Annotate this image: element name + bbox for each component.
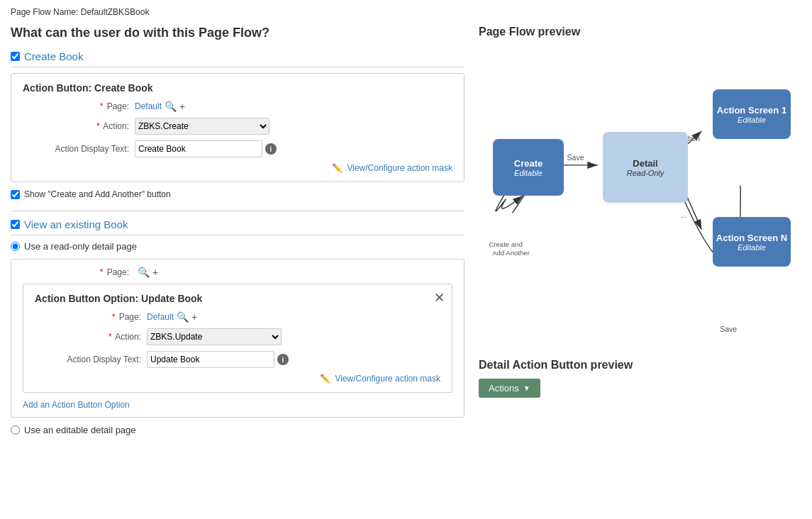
- update-page-row: * Page: Default 🔍 +: [35, 311, 440, 323]
- update-book-action-card: ✕ Action Button Option: Update Book * Pa…: [23, 284, 452, 393]
- view-book-section: View an existing Book Use a read-only de…: [11, 218, 465, 435]
- svg-text:Create and: Create and: [489, 240, 522, 248]
- radio-readonly-label[interactable]: Use a read-only detail page: [24, 241, 137, 252]
- action-screen-1-line1: Action Screen 1: [717, 105, 786, 116]
- create-node-line1: Create: [514, 158, 543, 169]
- update-display-text-input[interactable]: [147, 351, 274, 368]
- update-view-configure-anchor[interactable]: ✏️ View/Configure action mask: [320, 374, 440, 384]
- update-edit-icon: ✏️: [320, 374, 330, 384]
- update-view-configure-link[interactable]: ✏️ View/Configure action mask: [35, 374, 440, 384]
- create-page-add-icon[interactable]: +: [179, 101, 185, 112]
- radio-readonly[interactable]: [11, 242, 20, 251]
- create-page-search-icon[interactable]: 🔍: [165, 101, 177, 112]
- create-view-configure-anchor[interactable]: ✏️ View/Configure action mask: [332, 163, 452, 173]
- view-book-checkbox[interactable]: [11, 220, 20, 229]
- create-book-label[interactable]: Create Book: [24, 50, 83, 62]
- update-page-value: Default: [147, 312, 174, 322]
- actions-dropdown-button[interactable]: Actions ▼: [479, 379, 540, 398]
- create-book-header: Create Book: [11, 50, 465, 67]
- preview-title: Page Flow preview: [479, 26, 805, 38]
- update-action-label: * Action:: [35, 332, 141, 342]
- create-action-label: * Action:: [23, 121, 129, 131]
- create-edit-icon: ✏️: [332, 163, 343, 173]
- radio-editable[interactable]: [11, 425, 20, 435]
- create-page-label: * Page:: [23, 101, 129, 111]
- show-add-another-label[interactable]: Show "Create and Add Another" button: [24, 189, 171, 199]
- right-panel: Page Flow preview Save Action ...: [479, 26, 805, 447]
- radio-editable-label[interactable]: Use an editable detail page: [24, 425, 136, 435]
- detail-node-line2: Read-Only: [627, 169, 664, 177]
- view-page-row: * Page: 🔍 +: [23, 267, 452, 278]
- action-screen-1-node: Action Screen 1 Editable: [713, 89, 791, 139]
- actions-dropdown-arrow-icon: ▼: [523, 384, 530, 392]
- section-divider-1: [11, 211, 465, 211]
- update-page-search-icon[interactable]: 🔍: [177, 311, 189, 323]
- action-screen-n-line1: Action Screen N: [716, 233, 787, 243]
- update-book-card-title: Action Button Option: Update Book: [35, 293, 440, 304]
- radio-readonly-row: Use a read-only detail page: [11, 241, 465, 252]
- create-book-action-card: Action Button: Create Book * Page: Defau…: [11, 73, 465, 182]
- create-book-checkbox[interactable]: [11, 52, 20, 61]
- create-book-card-title: Action Button: Create Book: [23, 82, 452, 94]
- create-view-configure-link[interactable]: ✏️ View/Configure action mask: [23, 163, 452, 173]
- create-display-text-label: Action Display Text:: [23, 144, 129, 154]
- view-book-label[interactable]: View an existing Book: [24, 218, 128, 230]
- readonly-page-box: * Page: 🔍 + ✕ Action Button Option: Upda…: [11, 259, 465, 418]
- update-page-label: * Page:: [35, 312, 141, 322]
- create-book-section: Create Book Action Button: Create Book *…: [11, 50, 465, 199]
- create-display-text-input[interactable]: [135, 140, 262, 157]
- action-screen-1-line2: Editable: [738, 116, 766, 124]
- svg-text:Save: Save: [720, 325, 737, 333]
- create-page-row: * Page: Default 🔍 +: [23, 101, 452, 112]
- flow-diagram: Save Action ... Create and Add Another S…: [479, 47, 805, 345]
- create-action-row: * Action: ZBKS.Create ZBKS.Update ZBKS.D…: [23, 118, 452, 135]
- create-node-line2: Editable: [514, 169, 543, 177]
- svg-text:...: ...: [681, 211, 687, 219]
- svg-text:Save: Save: [567, 153, 584, 162]
- update-action-select[interactable]: ZBKS.Update ZBKS.Create ZBKS.Delete: [147, 328, 282, 345]
- add-action-option-link[interactable]: Add an Action Button Option: [23, 400, 452, 410]
- detail-node-line1: Detail: [633, 158, 657, 169]
- update-book-close-button[interactable]: ✕: [434, 290, 445, 306]
- main-question: What can the user do with this Page Flow…: [11, 26, 465, 40]
- detail-action-title: Detail Action Button preview: [479, 359, 805, 372]
- view-page-search-icon[interactable]: 🔍: [138, 267, 150, 278]
- create-node: Create Editable: [493, 139, 564, 196]
- update-page-add-icon[interactable]: +: [191, 311, 197, 323]
- create-page-value: Default: [135, 101, 162, 111]
- show-add-another-row: Show "Create and Add Another" button: [11, 189, 465, 199]
- page-flow-name-label: Page Flow Name:: [11, 7, 78, 17]
- update-display-text-info-icon: i: [277, 354, 289, 365]
- update-display-text-row: Action Display Text: i: [35, 351, 440, 368]
- action-screen-n-node: Action Screen N Editable: [713, 217, 791, 267]
- create-display-text-info-icon: i: [265, 143, 277, 155]
- show-add-another-checkbox[interactable]: [11, 190, 20, 199]
- left-panel: What can the user do with this Page Flow…: [11, 26, 465, 447]
- page-flow-name-value: DefaultZBKSBook: [81, 7, 150, 17]
- required-star: *: [100, 101, 104, 111]
- view-book-header: View an existing Book: [11, 218, 465, 235]
- update-action-row: * Action: ZBKS.Update ZBKS.Create ZBKS.D…: [35, 328, 440, 345]
- action-screen-n-line2: Editable: [738, 243, 766, 252]
- view-page-label: * Page:: [23, 267, 129, 277]
- create-action-select[interactable]: ZBKS.Create ZBKS.Update ZBKS.Delete: [135, 118, 269, 135]
- create-display-text-row: Action Display Text: i: [23, 140, 452, 157]
- svg-text:Add Another: Add Another: [492, 249, 530, 257]
- update-display-text-label: Action Display Text:: [35, 355, 141, 364]
- radio-editable-row: Use an editable detail page: [11, 425, 465, 435]
- view-page-add-icon[interactable]: +: [152, 267, 158, 278]
- actions-button-label: Actions: [489, 383, 519, 394]
- page-flow-name-header: Page Flow Name: DefaultZBKSBook: [11, 7, 801, 17]
- detail-node: Detail Read-Only: [603, 132, 688, 203]
